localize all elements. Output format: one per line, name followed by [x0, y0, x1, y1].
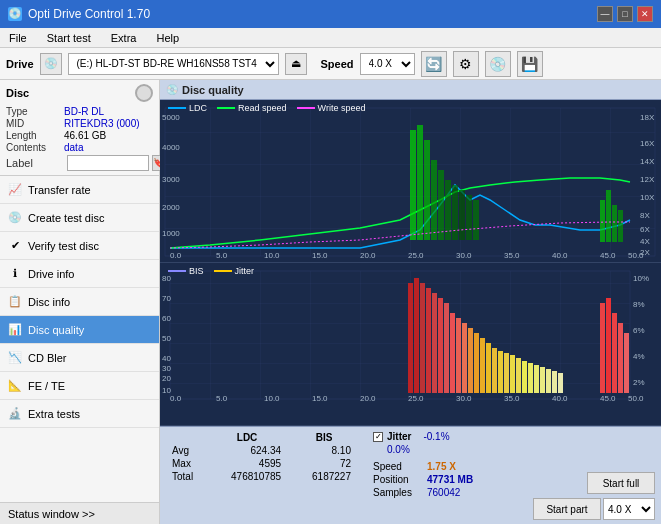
stats-table: LDC BIS Avg 624.34 8.10 Max 4595 [168, 431, 359, 483]
stats-max-bis: 72 [289, 457, 359, 470]
svg-rect-29 [424, 140, 430, 240]
svg-text:14X: 14X [640, 157, 655, 166]
bottom-chart-svg: 80 70 60 50 40 30 20 10 10% 8% 6% 4% 2% … [160, 263, 661, 403]
jitter-speed-area: ✓ Jitter -0.1% 0.0% Speed 1.75 X Positio… [367, 427, 527, 524]
svg-rect-94 [606, 298, 611, 393]
svg-rect-85 [516, 358, 521, 393]
svg-text:10%: 10% [633, 274, 649, 283]
start-part-button[interactable]: Start part [533, 498, 601, 520]
stats-avg-label: Avg [168, 444, 205, 457]
svg-text:8X: 8X [640, 211, 650, 220]
svg-text:5.0: 5.0 [216, 251, 228, 260]
svg-rect-87 [528, 363, 533, 393]
jitter-avg-val: -0.1% [423, 431, 449, 442]
svg-text:30.0: 30.0 [456, 394, 472, 403]
jitter-max-val: 0.0% [387, 444, 410, 455]
svg-text:10.0: 10.0 [264, 251, 280, 260]
samples-row: Samples 760042 [373, 487, 521, 498]
svg-rect-72 [438, 298, 443, 393]
minimize-button[interactable]: — [597, 6, 613, 22]
close-button[interactable]: ✕ [637, 6, 653, 22]
drive-select[interactable]: (E:) HL-DT-ST BD-RE WH16NS58 TST4 [68, 53, 279, 75]
col-bis: BIS [289, 431, 359, 444]
svg-text:30.0: 30.0 [456, 251, 472, 260]
svg-rect-67 [408, 283, 413, 393]
disc-label-input[interactable] [67, 155, 149, 171]
disc-header: Disc [6, 84, 153, 102]
speed-stat-val: 1.75 X [427, 461, 456, 472]
sidebar-item-disc-quality[interactable]: 📊 Disc quality [0, 316, 159, 344]
svg-text:2%: 2% [633, 378, 645, 387]
disc-length-key: Length [6, 130, 64, 141]
eject-button[interactable]: ⏏ [285, 53, 307, 75]
svg-text:12X: 12X [640, 175, 655, 184]
verify-test-disc-icon: ✔ [8, 239, 22, 253]
sidebar-item-create-test-disc[interactable]: 💿 Create test disc [0, 204, 159, 232]
disc-mid-row: MID RITEKDR3 (000) [6, 118, 153, 129]
svg-rect-79 [480, 338, 485, 393]
svg-rect-90 [546, 369, 551, 393]
svg-rect-37 [600, 200, 605, 242]
svg-text:6%: 6% [633, 326, 645, 335]
fe-te-icon: 📐 [8, 379, 22, 393]
svg-rect-80 [486, 343, 491, 393]
sidebar-item-fe-te[interactable]: 📐 FE / TE [0, 372, 159, 400]
jitter-checkbox[interactable]: ✓ [373, 432, 383, 442]
start-part-row: Start part 4.0 X 2.0 X 1.0 X [533, 498, 655, 520]
svg-rect-40 [618, 210, 623, 242]
disc-quality-header: 💿 Disc quality [160, 80, 661, 100]
disc-mid-key: MID [6, 118, 64, 129]
menu-extra[interactable]: Extra [106, 31, 142, 45]
menubar: File Start test Extra Help [0, 28, 661, 48]
status-window-label: Status window >> [8, 508, 95, 520]
svg-text:35.0: 35.0 [504, 251, 520, 260]
main-area: Disc Type BD-R DL MID RITEKDR3 (000) Len… [0, 80, 661, 524]
svg-text:15.0: 15.0 [312, 394, 328, 403]
menu-file[interactable]: File [4, 31, 32, 45]
app-icon: 💿 [8, 7, 22, 21]
menu-start-test[interactable]: Start test [42, 31, 96, 45]
speed-select[interactable]: 4.0 X [360, 53, 415, 75]
svg-text:25.0: 25.0 [408, 394, 424, 403]
svg-text:15.0: 15.0 [312, 251, 328, 260]
sidebar-item-disc-info[interactable]: 📋 Disc info [0, 288, 159, 316]
disc-icon [135, 84, 153, 102]
top-chart-svg: 5000 4000 3000 2000 1000 18X 16X 14X 12X… [160, 100, 661, 260]
save-button[interactable]: 💾 [517, 51, 543, 77]
media-button[interactable]: 💿 [485, 51, 511, 77]
sidebar-item-verify-test-disc[interactable]: ✔ Verify test disc [0, 232, 159, 260]
position-val: 47731 MB [427, 474, 473, 485]
sidebar-item-extra-tests[interactable]: 🔬 Extra tests [0, 400, 159, 428]
svg-rect-34 [459, 190, 465, 240]
disc-contents-key: Contents [6, 142, 64, 153]
sidebar-item-transfer-rate[interactable]: 📈 Transfer rate [0, 176, 159, 204]
position-row: Position 47731 MB [373, 474, 521, 485]
sidebar-item-drive-info[interactable]: ℹ Drive info [0, 260, 159, 288]
window-controls[interactable]: — □ ✕ [597, 6, 653, 22]
svg-text:40.0: 40.0 [552, 394, 568, 403]
drive-icon-btn[interactable]: 💿 [40, 53, 62, 75]
maximize-button[interactable]: □ [617, 6, 633, 22]
top-chart: LDC Read speed Write speed [160, 100, 661, 263]
refresh-button[interactable]: 🔄 [421, 51, 447, 77]
svg-rect-30 [431, 160, 437, 240]
sidebar-item-label: Extra tests [28, 408, 80, 420]
svg-text:0.0: 0.0 [170, 394, 182, 403]
extra-tests-icon: 🔬 [8, 407, 22, 421]
settings-button[interactable]: ⚙ [453, 51, 479, 77]
sidebar-item-label: Disc info [28, 296, 70, 308]
svg-text:60: 60 [162, 314, 171, 323]
svg-text:10.0: 10.0 [264, 394, 280, 403]
menu-help[interactable]: Help [151, 31, 184, 45]
disc-quality-icon: 📊 [8, 323, 22, 337]
drive-label: Drive [6, 58, 34, 70]
start-full-button[interactable]: Start full [587, 472, 655, 494]
disc-type-key: Type [6, 106, 64, 117]
disc-label-key: Label [6, 157, 64, 169]
action-speed-select[interactable]: 4.0 X 2.0 X 1.0 X [603, 498, 655, 520]
sidebar-item-cd-bler[interactable]: 📉 CD Bler [0, 344, 159, 372]
svg-text:70: 70 [162, 294, 171, 303]
svg-text:1000: 1000 [162, 229, 180, 238]
sidebar-item-label: Transfer rate [28, 184, 91, 196]
status-window-button[interactable]: Status window >> [0, 502, 159, 524]
